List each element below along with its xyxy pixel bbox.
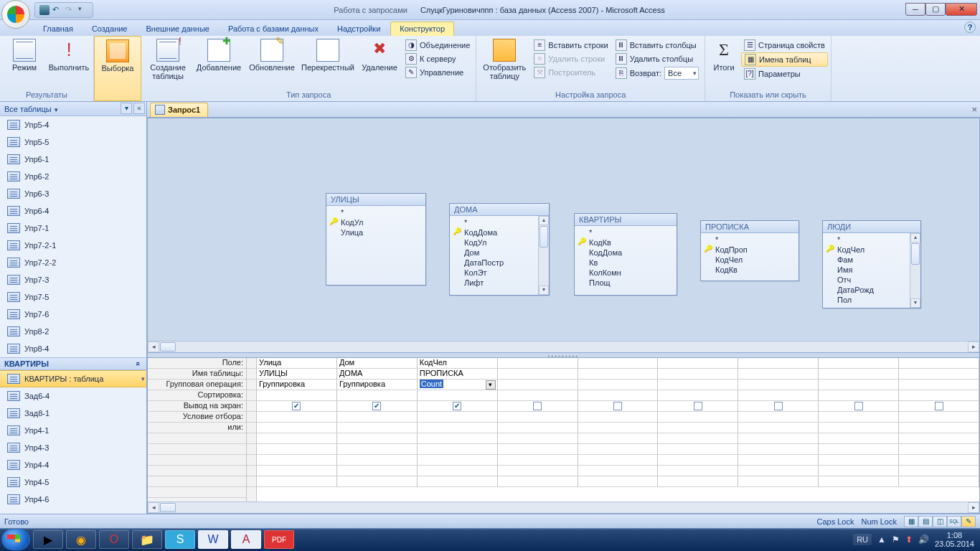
field[interactable]: КодЧел [826, 245, 918, 255]
select-query-button[interactable]: Выборка [96, 38, 139, 74]
grid-cell[interactable] [578, 476, 659, 486]
field[interactable]: * [826, 235, 918, 245]
tab-external[interactable]: Внешние данные [138, 22, 218, 36]
checkbox[interactable] [774, 402, 783, 410]
grid-cell-field[interactable] [578, 358, 659, 368]
grid-cell[interactable] [899, 444, 979, 454]
grid-splitter[interactable]: ▪▪▪▪▪▪▪▪▪ [148, 352, 979, 358]
field[interactable]: КодКв [704, 265, 796, 275]
table-ЛЮДИ[interactable]: ЛЮДИ *КодЧелФамИмяОтчДатаРождПол▴▾ [822, 220, 921, 309]
field[interactable]: Кв [578, 258, 674, 268]
grid-cell[interactable] [578, 444, 659, 454]
delete-button[interactable]: ✖Удаление [358, 37, 401, 73]
field[interactable]: * [329, 207, 423, 217]
checkbox[interactable] [533, 402, 542, 410]
grid-cell-sort[interactable] [819, 390, 899, 400]
grid-cell[interactable] [498, 444, 578, 454]
table-header[interactable]: УЛИЦЫ [326, 194, 425, 206]
table-ПРОПИСКА[interactable]: ПРОПИСКА *КодПропКодЧелКодКв [700, 220, 799, 281]
nav-item[interactable]: Упр7-3 [0, 271, 146, 288]
tray-flag-icon[interactable]: ▲ [877, 534, 886, 545]
totals-button[interactable]: ΣИтоги [708, 37, 740, 73]
field[interactable]: Фам [826, 255, 918, 265]
grid-cell[interactable] [738, 433, 819, 443]
nav-item[interactable]: Зад8-1 [0, 405, 146, 422]
grid-cell-criteria[interactable] [498, 412, 578, 422]
grid-cell-show[interactable] [498, 401, 578, 411]
nav-item[interactable]: Зад6-4 [0, 387, 146, 405]
update-button[interactable]: Обновление [246, 37, 298, 73]
field[interactable]: * [704, 235, 796, 245]
run-button[interactable]: !Выполнить [47, 37, 90, 73]
taskbar-word-icon[interactable]: W [198, 530, 228, 549]
nav-item[interactable]: Упр5-5 [0, 133, 146, 151]
grid-cell[interactable] [337, 444, 418, 454]
field[interactable]: * [578, 227, 674, 237]
field[interactable]: Отч [826, 275, 918, 285]
grid-cell-criteria[interactable] [578, 412, 659, 422]
grid-cell-total[interactable]: Группировка [257, 380, 337, 390]
tray-action-icon[interactable]: ⚑ [892, 534, 900, 545]
grid-cell-field[interactable] [658, 358, 738, 368]
close-button[interactable]: ✕ [946, 3, 977, 16]
grid-cell-total[interactable] [578, 380, 659, 390]
grid-cell[interactable] [257, 433, 337, 443]
field[interactable]: КодДома [453, 227, 546, 237]
grid-cell-total[interactable] [819, 380, 899, 390]
field[interactable]: Лифт [453, 278, 546, 288]
nav-header[interactable]: Все таблицы ▾ « [0, 102, 146, 116]
builder-button[interactable]: ⚒Построитель [531, 66, 611, 79]
grid-cell-or[interactable] [899, 423, 979, 433]
tab-home[interactable]: Главная [34, 22, 82, 36]
grid-cell-table[interactable]: ДОМА [337, 369, 418, 379]
redo-icon[interactable]: ↷ [65, 5, 75, 15]
grid-cell-field[interactable] [738, 358, 819, 368]
table-КВАРТИРЫ[interactable]: КВАРТИРЫ *КодКвКодДомаКвКолКомнПлощ [574, 213, 677, 296]
grid-cell-or[interactable] [738, 423, 819, 433]
grid-cell-or[interactable] [498, 423, 578, 433]
field[interactable]: ДатаПостр [453, 258, 546, 268]
taskbar-explorer-icon[interactable]: 📁 [132, 530, 162, 549]
grid-cell[interactable] [257, 444, 337, 454]
undo-icon[interactable]: ↶ [52, 5, 62, 15]
tab-create[interactable]: Создание [83, 22, 136, 36]
tray-sound-icon[interactable]: 🔊 [918, 534, 929, 545]
grid-cell-show[interactable]: ✔ [418, 401, 498, 411]
grid-cell-field[interactable] [819, 358, 899, 368]
nav-item[interactable]: Упр7-2-2 [0, 254, 146, 271]
nav-item[interactable]: Упр6-1 [0, 151, 146, 168]
grid-cell[interactable] [578, 455, 659, 465]
nav-dropdown-icon[interactable]: ▾ [121, 103, 132, 114]
tab-addins[interactable]: Надстройки [329, 22, 389, 36]
insert-cols-button[interactable]: ⅢВставить столбцы [613, 39, 702, 52]
grid-cell[interactable] [658, 455, 738, 465]
grid-cell-show[interactable] [738, 401, 819, 411]
field[interactable]: Площ [578, 278, 674, 288]
grid-cell[interactable] [257, 476, 337, 486]
grid-cell-table[interactable]: УЛИЦЫ [257, 369, 337, 379]
language-indicator[interactable]: RU [853, 534, 872, 545]
field[interactable]: Дом [453, 248, 546, 258]
clock[interactable]: 1:0823.05.2014 [935, 531, 974, 548]
taskbar-skype-icon[interactable]: S [165, 530, 195, 549]
grid-cell[interactable] [578, 466, 659, 476]
grid-cell[interactable] [738, 455, 819, 465]
grid-cell[interactable] [498, 476, 578, 486]
checkbox[interactable] [854, 402, 863, 410]
grid-cell[interactable] [337, 433, 418, 443]
nav-item[interactable]: Упр6-4 [0, 202, 146, 220]
grid-cell-table[interactable] [738, 369, 819, 379]
tab-dbtools[interactable]: Работа с базами данных [220, 22, 327, 36]
grid-cell-criteria[interactable] [658, 412, 738, 422]
grid-cell-table[interactable]: ПРОПИСКА [418, 369, 498, 379]
grid-cell[interactable] [337, 476, 418, 486]
diagram-pane[interactable]: 1∞ 1∞ 1∞ ∞1 УЛИЦЫ *КодУлУлица ДОМА *КодД… [148, 118, 979, 341]
field[interactable]: КодДома [578, 248, 674, 258]
pivotchart-view-icon[interactable]: ◫ [933, 516, 947, 527]
append-button[interactable]: Добавление [193, 37, 245, 73]
grid-cell[interactable] [418, 476, 498, 486]
view-button[interactable]: Режим [3, 37, 46, 73]
field[interactable]: КодПроп [704, 245, 796, 255]
delete-cols-button[interactable]: ⅢУдалить столбцы [613, 52, 702, 65]
grid-cell-criteria[interactable] [899, 412, 979, 422]
